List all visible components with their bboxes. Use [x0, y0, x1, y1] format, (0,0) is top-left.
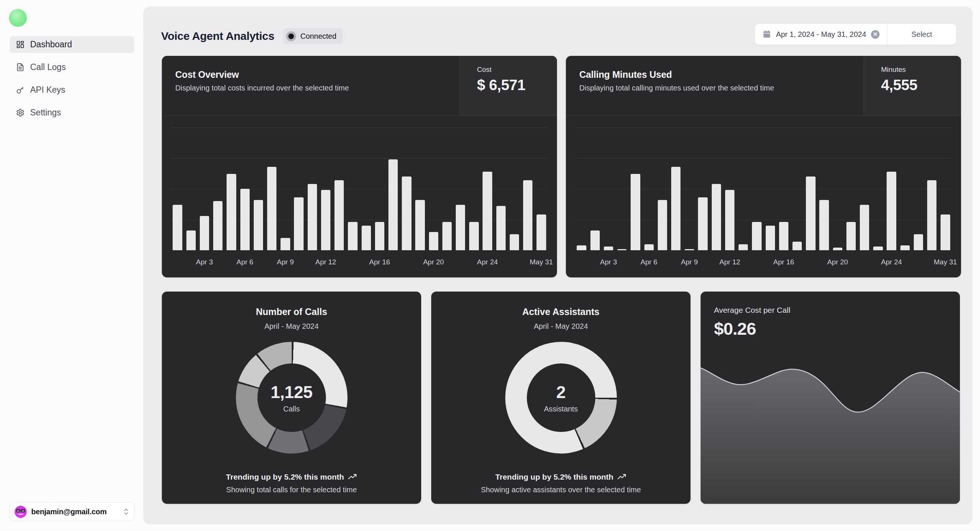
calls-donut-chart: 1,125 Calls: [236, 342, 347, 454]
sidebar: Dashboard Call Logs API Keys: [0, 0, 143, 531]
select-date-button[interactable]: Select: [887, 24, 956, 45]
stat-label: Minutes: [881, 65, 961, 74]
assistants-donut-chart: 2 Assistants: [505, 342, 617, 454]
card-note: Showing total calls for the selected tim…: [162, 486, 421, 494]
user-email: benjamin@gmail.com: [31, 507, 107, 516]
calendar-icon: [762, 30, 771, 39]
card-footer: Trending up by 5.2% this month Showing a…: [431, 472, 690, 494]
app-logo[interactable]: [9, 9, 27, 27]
donut-center-value: 1,125: [270, 382, 313, 402]
cost-bar-chart: [171, 128, 548, 250]
sidebar-item-api-keys[interactable]: API Keys: [10, 81, 134, 98]
trend-text: Trending up by 5.2% this month: [495, 472, 613, 482]
average-cost-card: Average Cost per Call $0.26: [701, 292, 960, 504]
chart-x-axis-labels: Apr 3Apr 6Apr 9Apr 12Apr 16Apr 20Apr 24M…: [575, 258, 952, 268]
chart-bars: [171, 128, 548, 250]
status-label: Connected: [300, 32, 336, 41]
connection-status-badge[interactable]: Connected: [283, 28, 343, 44]
sidebar-item-label: Call Logs: [30, 62, 66, 72]
donut-center-value: 2: [556, 382, 566, 402]
card-note: Showing active assistants over the selec…: [431, 486, 690, 494]
card-footer: Trending up by 5.2% this month Showing t…: [162, 472, 421, 494]
sidebar-item-label: Dashboard: [30, 40, 72, 49]
main-panel: Voice Agent Analytics Connected Apr 1, 2…: [143, 7, 972, 524]
stat-value: 4,555: [881, 77, 961, 94]
active-assistants-card: Active Assistants April - May 2024 2 Ass…: [431, 292, 690, 504]
stat-label: Cost: [477, 65, 557, 74]
donut-center-label: Assistants: [544, 405, 578, 413]
avatar: [14, 505, 27, 518]
page-title: Voice Agent Analytics: [161, 30, 274, 43]
minutes-bar-chart: [575, 128, 952, 250]
chevron-up-down-icon: [123, 507, 129, 516]
donut-center: 2 Assistants: [527, 364, 595, 432]
date-range-button[interactable]: Apr 1, 2024 - May 31, 2024 ✕: [755, 24, 887, 45]
dashboard-grid-icon: [16, 40, 25, 49]
sidebar-nav: Dashboard Call Logs API Keys: [10, 36, 134, 127]
stat-value: $ 6,571: [477, 77, 557, 94]
card-subtitle: April - May 2024: [162, 322, 421, 331]
average-cost-value: $0.26: [714, 318, 960, 339]
cost-stat-box: Cost $ 6,571: [460, 56, 557, 115]
chart-bars: [575, 128, 952, 250]
card-title: Number of Calls: [162, 306, 421, 317]
card-subtitle: April - May 2024: [431, 322, 690, 331]
card-header: Cost Overview Displaying total costs inc…: [162, 56, 557, 116]
minutes-stat-box: Minutes 4,555: [864, 56, 961, 115]
cost-overview-card: Cost Overview Displaying total costs inc…: [162, 56, 557, 277]
trending-up-icon: [617, 474, 627, 480]
card-header: Calling Minutes Used Displaying total ca…: [566, 56, 961, 116]
sidebar-item-dashboard[interactable]: Dashboard: [10, 36, 134, 53]
gear-icon: [16, 108, 25, 117]
app: Dashboard Call Logs API Keys: [0, 0, 980, 531]
card-title: Average Cost per Call: [714, 306, 960, 315]
chart-x-axis-labels: Apr 3Apr 6Apr 9Apr 12Apr 16Apr 20Apr 24M…: [171, 258, 548, 268]
clear-date-button[interactable]: ✕: [871, 30, 880, 39]
donut-center: 1,125 Calls: [258, 364, 326, 432]
date-range-text: Apr 1, 2024 - May 31, 2024: [776, 30, 866, 39]
sidebar-item-label: Settings: [30, 108, 61, 118]
sidebar-item-settings[interactable]: Settings: [10, 104, 134, 121]
key-icon: [16, 86, 25, 94]
sidebar-item-call-logs[interactable]: Call Logs: [10, 59, 134, 76]
card-title: Active Assistants: [431, 306, 690, 317]
number-of-calls-card: Number of Calls April - May 2024 1,125 C…: [162, 292, 421, 504]
file-text-icon: [16, 63, 25, 72]
user-account-chip[interactable]: benjamin@gmail.com: [10, 502, 134, 521]
sidebar-item-label: API Keys: [30, 85, 65, 95]
date-range-picker: Apr 1, 2024 - May 31, 2024 ✕ Select: [755, 24, 956, 45]
calling-minutes-card: Calling Minutes Used Displaying total ca…: [566, 56, 961, 277]
cost-area-chart: [701, 362, 960, 504]
trending-up-icon: [348, 474, 357, 480]
status-dot-icon: [286, 31, 296, 41]
trend-text: Trending up by 5.2% this month: [226, 472, 344, 482]
panel-header: Voice Agent Analytics Connected: [161, 28, 343, 44]
donut-center-label: Calls: [283, 405, 299, 413]
